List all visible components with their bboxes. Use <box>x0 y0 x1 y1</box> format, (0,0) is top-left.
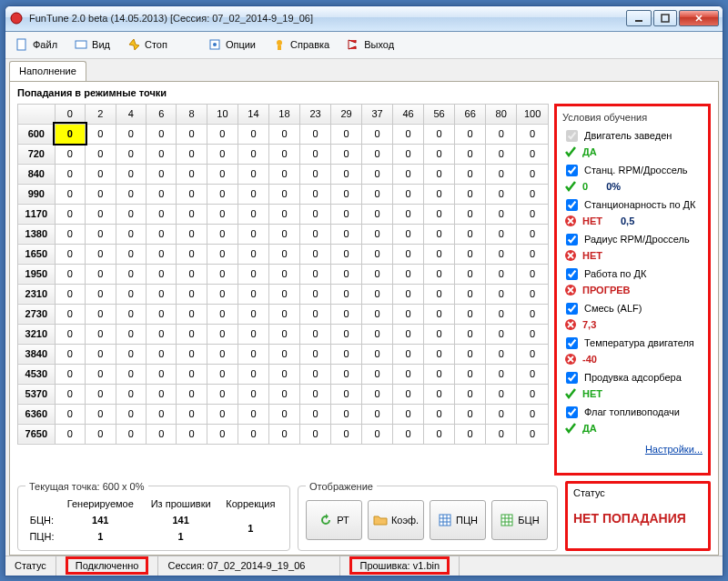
cell[interactable]: 0 <box>86 224 116 244</box>
cell[interactable]: 0 <box>55 364 85 384</box>
cell[interactable]: 0 <box>486 424 517 444</box>
cell[interactable]: 0 <box>486 244 517 264</box>
row-header[interactable]: 4530 <box>18 364 56 384</box>
cell[interactable]: 0 <box>299 184 330 204</box>
cell[interactable]: 0 <box>207 204 238 224</box>
cell[interactable]: 0 <box>299 424 330 444</box>
menu-help[interactable]: Справка <box>268 35 333 54</box>
cell[interactable]: 0 <box>393 224 424 244</box>
cell[interactable]: 0 <box>177 324 207 344</box>
cell[interactable]: 0 <box>146 264 176 284</box>
cell[interactable]: 0 <box>86 404 116 424</box>
col-header[interactable]: 10 <box>207 104 238 124</box>
col-header[interactable]: 14 <box>238 104 268 124</box>
btn-koef[interactable]: Коэф. <box>368 500 424 540</box>
cell[interactable]: 0 <box>486 324 517 344</box>
cell[interactable]: 0 <box>238 404 268 424</box>
col-header[interactable]: 56 <box>424 104 455 124</box>
cell[interactable]: 0 <box>331 164 362 184</box>
menu-exit[interactable]: Выход <box>342 35 398 54</box>
cell[interactable]: 0 <box>517 184 549 204</box>
col-header[interactable]: 2 <box>86 104 116 124</box>
cell[interactable]: 0 <box>238 384 268 404</box>
cell[interactable]: 0 <box>362 344 393 364</box>
cell[interactable]: 0 <box>424 304 455 324</box>
cell[interactable]: 0 <box>331 324 362 344</box>
close-button[interactable] <box>679 10 719 26</box>
cell[interactable]: 0 <box>362 364 393 384</box>
cell[interactable]: 0 <box>116 424 146 444</box>
cell[interactable]: 0 <box>238 124 268 144</box>
cell[interactable]: 0 <box>238 264 268 284</box>
cell[interactable]: 0 <box>268 124 299 144</box>
cell[interactable]: 0 <box>238 224 268 244</box>
cell[interactable]: 0 <box>207 264 238 284</box>
cell[interactable]: 0 <box>177 124 207 144</box>
cell[interactable]: 0 <box>424 164 455 184</box>
cell[interactable]: 0 <box>86 324 116 344</box>
cell[interactable]: 0 <box>455 244 486 264</box>
cell[interactable]: 0 <box>424 144 455 164</box>
cell[interactable]: 0 <box>517 304 549 324</box>
btn-bcn[interactable]: БЦН <box>491 500 548 540</box>
cell[interactable]: 0 <box>55 124 85 144</box>
cell[interactable]: 0 <box>424 184 455 204</box>
cell[interactable]: 0 <box>517 324 549 344</box>
cell[interactable]: 0 <box>268 324 299 344</box>
cell[interactable]: 0 <box>362 264 393 284</box>
cell[interactable]: 0 <box>299 404 330 424</box>
cell[interactable]: 0 <box>207 344 238 364</box>
cell[interactable]: 0 <box>146 364 176 384</box>
condition-checkbox[interactable] <box>566 234 578 245</box>
cell[interactable]: 0 <box>455 344 486 364</box>
cell[interactable]: 0 <box>146 144 176 164</box>
cell[interactable]: 0 <box>424 284 455 304</box>
cell[interactable]: 0 <box>55 144 85 164</box>
menu-stop[interactable]: Стоп <box>123 35 171 54</box>
cell[interactable]: 0 <box>331 344 362 364</box>
cell[interactable]: 0 <box>393 304 424 324</box>
cell[interactable]: 0 <box>455 124 486 144</box>
cell[interactable]: 0 <box>177 284 207 304</box>
cell[interactable]: 0 <box>486 264 517 284</box>
col-header[interactable]: 80 <box>486 104 517 124</box>
cell[interactable]: 0 <box>86 424 116 444</box>
cell[interactable]: 0 <box>362 164 393 184</box>
cell[interactable]: 0 <box>517 344 549 364</box>
condition-checkbox[interactable] <box>566 372 578 384</box>
cell[interactable]: 0 <box>517 124 549 144</box>
col-header[interactable]: 4 <box>116 104 146 124</box>
row-header[interactable]: 2310 <box>18 284 56 304</box>
cell[interactable]: 0 <box>331 264 362 284</box>
col-header[interactable]: 37 <box>362 104 393 124</box>
cell[interactable]: 0 <box>177 344 207 364</box>
cell[interactable]: 0 <box>268 344 299 364</box>
cell[interactable]: 0 <box>55 244 85 264</box>
cell[interactable]: 0 <box>116 224 146 244</box>
cell[interactable]: 0 <box>146 204 176 224</box>
cell[interactable]: 0 <box>146 224 176 244</box>
cell[interactable]: 0 <box>486 144 517 164</box>
cell[interactable]: 0 <box>177 384 207 404</box>
cell[interactable]: 0 <box>207 424 238 444</box>
condition-checkbox[interactable] <box>566 130 578 142</box>
btn-pcn[interactable]: ПЦН <box>430 500 486 540</box>
col-header[interactable]: 6 <box>146 104 176 124</box>
cell[interactable]: 0 <box>238 244 268 264</box>
cell[interactable]: 0 <box>486 344 517 364</box>
cell[interactable]: 0 <box>238 164 268 184</box>
cell[interactable]: 0 <box>268 164 299 184</box>
cell[interactable]: 0 <box>455 304 486 324</box>
cell[interactable]: 0 <box>238 204 268 224</box>
cell[interactable]: 0 <box>116 304 146 324</box>
cell[interactable]: 0 <box>268 144 299 164</box>
menu-file[interactable]: Файл <box>11 35 61 54</box>
cell[interactable]: 0 <box>116 384 146 404</box>
cell[interactable]: 0 <box>268 204 299 224</box>
row-header[interactable]: 7650 <box>18 424 56 444</box>
cell[interactable]: 0 <box>455 184 486 204</box>
cell[interactable]: 0 <box>455 404 486 424</box>
col-header[interactable]: 23 <box>299 104 330 124</box>
cell[interactable]: 0 <box>393 204 424 224</box>
cell[interactable]: 0 <box>86 264 116 284</box>
